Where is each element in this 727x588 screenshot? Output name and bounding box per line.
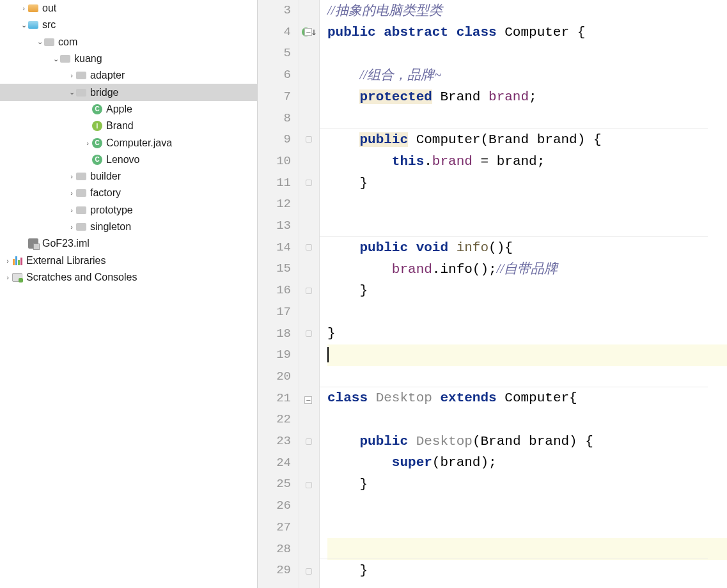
collapse-arrow-icon[interactable]: ⌄ (51, 55, 60, 63)
expand-arrow-icon[interactable]: › (19, 4, 28, 12)
tree-item-builder[interactable]: › builder (0, 168, 257, 185)
tree-item-computer[interactable]: › C Computer.java (0, 134, 257, 151)
tree-label: builder (90, 171, 121, 182)
expand-arrow-icon[interactable]: › (67, 223, 76, 231)
expand-arrow-icon[interactable]: › (3, 257, 12, 265)
code-line[interactable]: class Desktop extends Computer{ (327, 387, 727, 409)
line-number: 25 (258, 474, 291, 495)
line-number: 15 (258, 258, 291, 280)
expand-arrow-icon[interactable]: › (83, 139, 92, 147)
code-line[interactable]: } (327, 280, 727, 302)
tree-item-bridge[interactable]: ⌄ bridge (0, 84, 257, 100)
fold-region-icon[interactable] (306, 244, 312, 251)
tree-item-apple[interactable]: · C Apple (0, 101, 257, 118)
tree-label: factory (90, 187, 121, 199)
code-line[interactable] (327, 409, 727, 431)
tree-item-scratches[interactable]: › Scratches and Consoles (0, 269, 257, 286)
code-line[interactable] (327, 366, 727, 388)
code-line[interactable]: public Computer(Brand brand) { (327, 129, 727, 151)
code-line[interactable] (327, 302, 727, 323)
tree-item-iml[interactable]: · GoF23.iml (0, 235, 257, 252)
tree-label: Computer.java (106, 137, 172, 149)
code-line[interactable] (327, 194, 727, 215)
tree-label: bridge (90, 87, 118, 98)
interface-icon: I (92, 121, 102, 131)
class-icon: C (92, 155, 102, 165)
code-line[interactable]: public void info(){ (327, 237, 727, 259)
code-line[interactable] (327, 215, 727, 237)
tree-item-singleton[interactable]: › singleton (0, 219, 257, 235)
fold-region-icon[interactable] (306, 288, 312, 294)
code-line[interactable]: public abstract class Computer { (327, 22, 727, 43)
code-line[interactable]: this.brand = brand; (327, 151, 727, 173)
line-number: 24 (258, 453, 291, 474)
code-area[interactable]: //抽象的电脑类型类 public abstract class Compute… (320, 0, 727, 588)
ide-root: › out ⌄ src ⌄ com ⌄ (0, 0, 727, 588)
tree-item-lenovo[interactable]: · C Lenovo (0, 151, 257, 168)
line-number: 4 (258, 22, 291, 43)
project-sidebar[interactable]: › out ⌄ src ⌄ com ⌄ (0, 0, 258, 588)
expand-arrow-icon[interactable]: › (67, 173, 76, 180)
expand-arrow-icon[interactable]: › (67, 72, 76, 79)
fold-toggle-icon[interactable]: − (304, 396, 312, 404)
text-cursor (327, 347, 329, 362)
project-tree[interactable]: › out ⌄ src ⌄ com ⌄ (0, 0, 257, 286)
tree-label: Brand (106, 120, 134, 132)
code-line[interactable]: brand.info();//自带品牌 (327, 258, 727, 280)
editor-icon-gutter[interactable]: O↓ − − (299, 0, 320, 588)
line-number: 13 (258, 215, 291, 237)
code-line[interactable]: public Desktop(Brand brand) { (327, 431, 727, 453)
tree-label: Lenovo (106, 154, 140, 166)
tree-item-external-libraries[interactable]: › External Libraries (0, 252, 257, 268)
tree-item-prototype[interactable]: › prototype (0, 202, 257, 219)
code-line[interactable] (327, 517, 727, 539)
fold-region-icon[interactable] (306, 330, 312, 337)
code-line[interactable]: } (327, 173, 727, 194)
collapse-arrow-icon[interactable]: ⌄ (35, 38, 44, 46)
line-number: 23 (258, 431, 291, 453)
expand-arrow-icon[interactable]: › (3, 274, 12, 281)
code-line[interactable] (327, 107, 727, 129)
line-number: 3 (258, 0, 291, 22)
code-line[interactable] (327, 495, 727, 517)
tree-item-adapter[interactable]: › adapter (0, 67, 257, 84)
line-number: 7 (258, 86, 291, 108)
package-icon (44, 37, 54, 47)
tree-label: GoF23.iml (42, 238, 90, 249)
collapse-arrow-icon[interactable]: ⌄ (19, 21, 28, 29)
line-number: 8 (258, 108, 291, 130)
code-line-current[interactable] (327, 344, 727, 366)
line-number: 10 (258, 151, 291, 173)
collapse-arrow-icon[interactable]: ⌄ (67, 88, 76, 97)
tree-item-com[interactable]: ⌄ com (0, 34, 257, 50)
fold-region-icon[interactable] (306, 482, 312, 488)
tree-item-brand[interactable]: · I Brand (0, 118, 257, 134)
code-line[interactable]: } (327, 560, 727, 582)
expand-arrow-icon[interactable]: › (67, 189, 76, 197)
code-line[interactable]: //抽象的电脑类型类 (327, 0, 727, 22)
line-number: 22 (258, 409, 291, 431)
expand-arrow-icon[interactable]: › (67, 206, 76, 214)
fold-toggle-icon[interactable]: − (304, 28, 312, 36)
fold-region-icon[interactable] (306, 136, 312, 143)
tree-label: Scratches and Consoles (26, 272, 137, 283)
fold-region-icon[interactable] (306, 180, 312, 186)
line-number: 18 (258, 323, 291, 345)
code-line[interactable]: } (327, 323, 727, 344)
tree-item-factory[interactable]: › factory (0, 185, 257, 201)
code-line[interactable] (327, 538, 727, 560)
fold-region-icon[interactable] (306, 438, 312, 445)
code-line[interactable]: protected Brand brand; (327, 86, 727, 108)
code-line[interactable] (327, 43, 727, 65)
tree-item-src[interactable]: ⌄ src (0, 17, 257, 33)
line-number: 14 (258, 237, 291, 259)
tree-label: External Libraries (26, 255, 106, 267)
fold-region-icon[interactable] (306, 568, 312, 575)
tree-item-out[interactable]: › out (0, 0, 257, 17)
code-line[interactable]: super(brand); (327, 452, 727, 474)
code-editor[interactable]: 3 4 5 6 7 8 9 10 11 12 13 14 15 16 17 18… (258, 0, 727, 588)
tree-item-kuang[interactable]: ⌄ kuang (0, 50, 257, 67)
code-line[interactable]: //组合，品牌~ (327, 65, 727, 86)
line-number: 19 (258, 344, 291, 366)
code-line[interactable]: } (327, 474, 727, 495)
